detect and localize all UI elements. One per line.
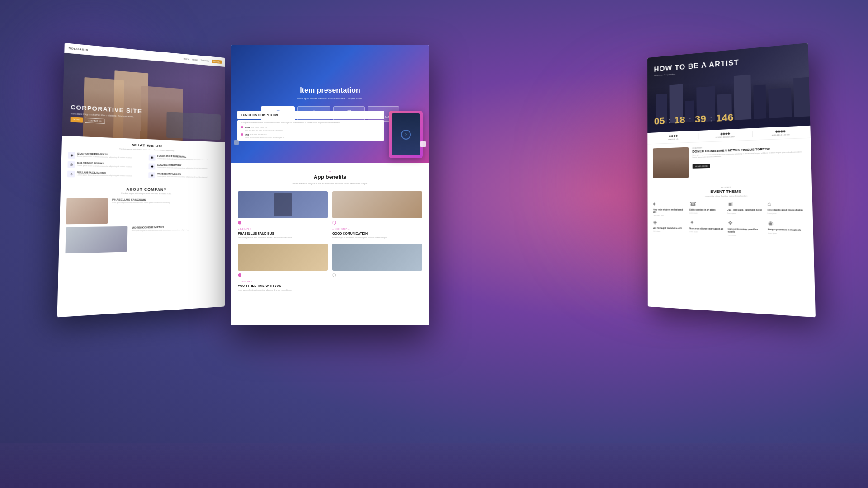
about-article-1: PHASELLUS FAUCIBUS Nunc quis magna sit a… [66, 198, 220, 224]
benefit-icon-2: ⬡ [332, 220, 422, 225]
service-icon-3: ◎ [67, 161, 75, 168]
hero-left-text: FUNCTION COMPERTIVE Nunc quis ipsum sit … [237, 111, 384, 158]
right-card: HOW TO BE A ARTIST consectetur dibing fa… [647, 43, 816, 317]
events-title: EVENT THEMS [653, 188, 806, 194]
content-title: FUNCTION COMPERTIVE [237, 111, 384, 119]
event-title-2: Skills solution in art cities [689, 209, 716, 211]
service-item-1: ◈ STARTUP OF PROJECTS Lorem ipsum dolor … [68, 152, 146, 160]
benefit-img-4 [332, 244, 422, 271]
left-nav-cta[interactable]: MORE [212, 59, 222, 63]
event-8: ◉ Natque praetibus et magis als Lorem ip… [768, 220, 807, 238]
event-3: ▣ JSL - not statio, hard work never Lore… [727, 201, 764, 217]
benefits-sub: Lorem eleifend magna sit vel amet nisi t… [238, 182, 422, 185]
event-desc-4: Lorem ipsum [768, 212, 777, 214]
stat-label-3: AVAILABLE 100 MB [771, 133, 790, 136]
service-item-4: ◆ LEADING INTERVIEW Lorem ipsum dolor si… [148, 163, 219, 171]
event-icon-6: ✦ [689, 219, 694, 225]
event-title-7: Cum sociis nategy praetibus eugels [728, 228, 765, 234]
service-desc-6: Lorem ipsum dolor sit amet consectetur a… [157, 175, 207, 178]
building-9 [793, 77, 810, 117]
benefit-1: ⬢ Malesuper PHASELLUS FAUCIBUS Eleifend … [238, 191, 328, 239]
countdown-num-4: 146 [716, 113, 734, 123]
white-square [420, 141, 426, 147]
event-icon-7: ❖ [727, 220, 733, 226]
service-icon-4: ◆ [148, 163, 155, 169]
hero-btn-contact[interactable]: CONTACT US [85, 118, 105, 124]
right-body: CHAIRMAN DONEC DIGNISSIMEN METUS FINIBUS… [647, 138, 812, 187]
event-desc-3: Lorem ipsum [727, 212, 736, 214]
countdown-sep-2: : [689, 116, 691, 124]
left-card: SOLUARIS Home About Services MORE CORPOR… [57, 43, 225, 317]
countdown-1: 05 [654, 117, 665, 127]
events-sub: consectetur dibing faucibus, autos dibin… [653, 194, 806, 197]
phone-circle: ▷ [401, 130, 411, 140]
benefit-title-2: GOOD COMUNICATION [332, 232, 422, 235]
hero-btn-more[interactable]: MORE [71, 117, 83, 123]
service-item-6: ◈ PRAESENT FASHION Lorem ipsum dolor sit… [148, 172, 220, 179]
service-icon-2: ◉ [149, 155, 156, 161]
center-card: Item presentation Nunc quis ipsum sit am… [231, 45, 429, 325]
stat-divider-2 [752, 131, 752, 137]
countdown-num-3: 39 [695, 114, 706, 124]
benefit-icon-1: ⬢ [238, 220, 328, 225]
stat-label-1: SHARED US [668, 138, 678, 141]
phone-screen: ▷ [392, 113, 420, 155]
countdown-2: 18 [674, 115, 685, 125]
article-btn[interactable]: LEARN MORE [693, 164, 711, 169]
stat1-desc: Nunc quis amet elit libero ipsum consect… [245, 130, 381, 131]
service-icon-6: ◈ [148, 172, 155, 178]
countdown-sep-1: : [668, 117, 670, 126]
benefit-label-3: — free time — [238, 280, 328, 282]
benefit-title-3: YOUR FREE TIME WITH YOU [238, 284, 328, 287]
stat-item-1: ◈◈◈◈ SHARED US [652, 133, 695, 141]
event-desc-5: Lorem ipsum [653, 230, 660, 232]
event-title-6: Maecenas aliance- rper sapien ac [689, 227, 723, 230]
countdown-4: 146 [716, 113, 734, 123]
about-text-2: MORBI CONSIE METUS Nunc quis magna sit a… [132, 225, 189, 232]
stat1-value: $568 [245, 126, 250, 129]
benefit-desc-2: Eleifend magna sit vel amet nisi tincidu… [332, 237, 422, 239]
stat-item-3: ◈◈◈◈ AVAILABLE 100 MB [756, 129, 805, 137]
stat-item-2: ◈◈◈◈ STUDIO DESIGN AMP [703, 131, 748, 139]
benefit-desc-1: Eleifend magna sit vel amet nisi tincidu… [238, 237, 328, 239]
content-desc: Nunc quis ipsum sit amet lorem ipsum dol… [241, 122, 381, 124]
event-title-4: First step to good house design [768, 209, 803, 211]
event-1: ♦ How to be studen, and edu and sttu Lor… [653, 201, 687, 216]
benefits-grid: ⬢ Malesuper PHASELLUS FAUCIBUS Eleifend … [238, 191, 422, 292]
left-nav-link-1[interactable]: Home [184, 57, 189, 60]
about-section: ABOUT COMPANY Facilisis augue nisi volut… [59, 187, 225, 262]
benefits-title: App benefits [238, 174, 422, 180]
bike-shape [166, 112, 221, 140]
right-hero: HOW TO BE A ARTIST consectetur dibing fa… [647, 43, 810, 133]
event-desc-6: Lorem ipsum [689, 231, 698, 233]
about-art-desc-1: Nunc quis magna sit amet libero eleifend… [112, 202, 170, 204]
event-desc-1: Lorem ipsum dolor [653, 215, 664, 216]
building-8 [768, 88, 792, 118]
event-title-5: Lue no fauglit tiaci dut must li [653, 227, 682, 230]
article-img [653, 147, 689, 178]
about-img-1 [66, 198, 108, 224]
stat-num-3: ◈◈◈◈ [775, 129, 786, 133]
about-sub: Facilisis augue nisi volutpat ornar oleo… [67, 192, 220, 195]
reflection-overlay [0, 443, 868, 488]
left-nav-link-2[interactable]: About [192, 58, 198, 61]
event-2: ☎ Skills solution in art cities Lorem ip… [689, 201, 725, 217]
benefit-icon-4: ⬡ [332, 272, 422, 277]
event-title-1: How to be studen, and edu and sttu [653, 209, 687, 214]
service-item-2: ◉ FOCUS PLEASURE MAKE Lorem ipsum dolor … [149, 155, 220, 163]
benefit-label-1: Malesuper [238, 228, 328, 230]
stat1-label: OUR CONTRACTS [251, 126, 267, 128]
event-title-3: JSL - not statio, hard work never [727, 209, 762, 211]
center-body: — App benefits Lorem eleifend magna sit … [231, 163, 429, 299]
gray-square [234, 140, 239, 145]
event-icon-3: ▣ [727, 201, 733, 207]
stat-label-2: STUDIO DESIGN AMP [715, 136, 735, 139]
left-hero: CORPORATIVE SITE Nunc quis magna sit ame… [62, 53, 225, 142]
left-nav-link-3[interactable]: Services [201, 59, 209, 62]
benefit-3: ⬢ — free time — YOUR FREE TIME WITH YOU … [238, 244, 328, 291]
about-art-desc-2: Nunc quis magna sit amet libero eleifend… [132, 229, 189, 232]
benefit-img-2 [332, 191, 422, 218]
article-text: CHAIRMAN DONEC DIGNISSIMEN METUS FINIBUS… [692, 143, 805, 178]
stat2-row: 87% PROFIT INCREASE [241, 133, 381, 136]
event-icon-8: ◉ [768, 220, 773, 227]
